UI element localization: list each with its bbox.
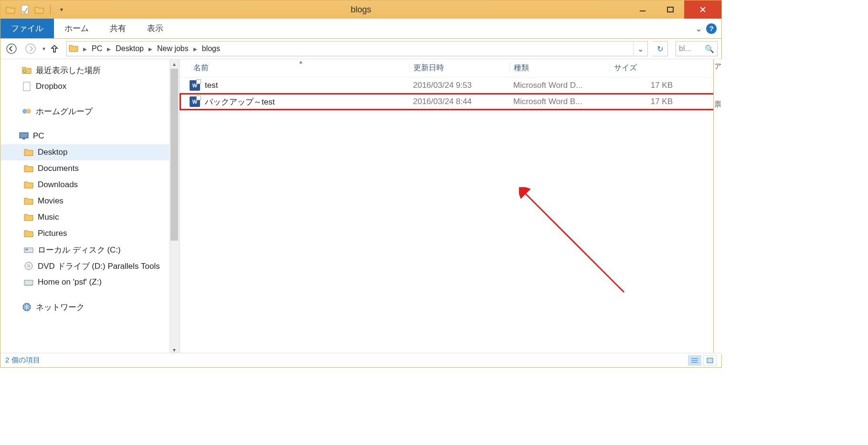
chevron-right-icon[interactable]: ▸ — [82, 44, 88, 53]
help-icon[interactable]: ? — [706, 23, 717, 34]
nav-recent[interactable]: 最近表示した場所 — [0, 62, 180, 78]
sort-indicator-icon: ▴ — [299, 58, 302, 65]
maximize-button[interactable] — [656, 0, 684, 19]
folder-icon — [23, 196, 34, 206]
nav-homegroup[interactable]: ホームグループ — [0, 103, 180, 119]
chevron-right-icon[interactable]: ▸ — [148, 44, 153, 53]
nav-downloads[interactable]: Downloads — [0, 177, 180, 193]
close-button[interactable] — [684, 0, 721, 19]
column-size[interactable]: サイズ — [610, 63, 677, 73]
file-icon — [21, 81, 32, 92]
scroll-up-icon[interactable]: ▴ — [169, 59, 180, 69]
window-title: blogs — [0, 5, 721, 15]
folder-icon — [23, 180, 34, 190]
breadcrumb-newjobs[interactable]: New jobs — [156, 44, 190, 53]
nav-label: Desktop — [38, 148, 67, 157]
folder-icon — [23, 163, 34, 174]
nav-pc[interactable]: PC — [0, 128, 180, 144]
nav-dropbox[interactable]: Dropbox — [0, 78, 180, 95]
nav-music[interactable]: Music — [0, 209, 180, 225]
large-icons-view-button[interactable] — [703, 355, 717, 366]
scrollbar-thumb[interactable] — [170, 69, 178, 241]
homegroup-icon — [21, 106, 32, 117]
nav-network[interactable]: ネットワーク — [0, 299, 180, 315]
file-row[interactable]: W バックアップ～test 2016/03/24 8:44 Microsoft … — [180, 94, 721, 110]
column-name[interactable]: 名前 ▴ — [190, 63, 409, 73]
nav-pictures[interactable]: Pictures — [0, 225, 180, 242]
folder-icon — [23, 228, 34, 239]
file-name: バックアップ～test — [205, 96, 275, 107]
column-headers: 名前 ▴ 更新日時 種類 サイズ — [180, 59, 721, 77]
svg-rect-11 — [20, 133, 28, 138]
breadcrumb-desktop[interactable]: Desktop — [115, 44, 145, 53]
navpane-scrollbar[interactable]: ▴ ▾ — [169, 59, 180, 355]
history-dropdown-icon[interactable]: ▾ — [42, 45, 45, 52]
file-date: 2016/03/24 9:53 — [409, 81, 509, 90]
word-document-icon: W — [190, 80, 200, 91]
folder-icon — [5, 4, 16, 15]
qat-dropdown-icon[interactable]: ▾ — [56, 4, 67, 15]
search-icon: 🔍 — [705, 44, 714, 53]
nav-cdrive[interactable]: ローカル ディスク (C:) — [0, 242, 180, 258]
nav-label: ローカル ディスク (C:) — [38, 244, 121, 255]
nav-label: Music — [38, 212, 59, 222]
svg-rect-14 — [25, 249, 28, 250]
file-size: 17 KB — [610, 81, 677, 90]
svg-rect-12 — [22, 138, 25, 139]
properties-icon[interactable] — [20, 4, 30, 15]
nav-desktop[interactable]: Desktop — [0, 144, 180, 160]
drive-icon — [23, 244, 34, 255]
column-date[interactable]: 更新日時 — [409, 63, 509, 73]
chevron-right-icon[interactable]: ▸ — [192, 44, 198, 53]
share-tab[interactable]: 共有 — [99, 19, 137, 38]
new-folder-icon[interactable] — [34, 4, 44, 15]
details-view-button[interactable] — [688, 355, 701, 366]
file-tab[interactable]: ファイル — [0, 19, 54, 38]
svg-point-10 — [26, 109, 31, 114]
forward-button[interactable] — [23, 42, 38, 56]
computer-icon — [19, 131, 29, 141]
home-tab[interactable]: ホーム — [54, 19, 99, 38]
side-strip: ア 票 — [713, 59, 722, 355]
column-type[interactable]: 種類 — [509, 63, 610, 73]
address-bar[interactable]: ▸ PC ▸ Desktop ▸ New jobs ▸ blogs ⌄ — [66, 41, 648, 56]
side-strip-label: 票 — [714, 100, 721, 109]
search-placeholder: bl... — [679, 44, 691, 53]
breadcrumb-pc[interactable]: PC — [91, 44, 103, 53]
network-drive-icon — [23, 277, 34, 287]
nav-label: Documents — [38, 164, 79, 173]
file-date: 2016/03/24 8:44 — [409, 97, 509, 106]
svg-rect-17 — [24, 280, 33, 285]
minimize-button[interactable] — [629, 0, 656, 19]
statusbar: 2 個の項目 — [0, 353, 721, 367]
navigation-pane: 最近表示した場所 Dropbox ホームグループ PC — [0, 59, 180, 355]
view-tab[interactable]: 表示 — [137, 19, 174, 38]
back-button[interactable] — [4, 42, 19, 56]
file-row[interactable]: W test 2016/03/24 9:53 Microsoft Word D.… — [180, 77, 721, 94]
nav-label: Dropbox — [36, 82, 66, 91]
refresh-button[interactable]: ↻ — [653, 41, 668, 56]
svg-rect-8 — [23, 82, 30, 91]
breadcrumb-blogs[interactable]: blogs — [201, 44, 221, 53]
chevron-right-icon[interactable]: ▸ — [106, 44, 112, 53]
nav-label: Pictures — [38, 229, 67, 238]
svg-point-6 — [26, 44, 35, 53]
up-button[interactable] — [50, 44, 62, 53]
item-count: 2 個の項目 — [5, 356, 40, 365]
nav-documents[interactable]: Documents — [0, 160, 180, 177]
nav-movies[interactable]: Movies — [0, 193, 180, 209]
svg-line-19 — [524, 192, 624, 292]
svg-point-5 — [7, 44, 16, 53]
file-size: 17 KB — [610, 97, 677, 106]
nav-label: ネットワーク — [36, 302, 85, 313]
nav-psf[interactable]: Home on 'psf' (Z:) — [0, 274, 180, 290]
nav-dvd[interactable]: DVD ドライブ (D:) Parallels Tools — [0, 258, 180, 274]
chevron-down-icon[interactable]: ⌄ — [695, 23, 702, 34]
column-name-label: 名前 — [193, 64, 209, 72]
annotation-arrow — [519, 187, 643, 311]
address-dropdown-icon[interactable]: ⌄ — [633, 42, 647, 56]
folder-icon — [23, 147, 34, 158]
recent-icon — [21, 65, 32, 75]
search-input[interactable]: bl... 🔍 — [676, 41, 718, 56]
nav-label: Downloads — [38, 180, 78, 190]
